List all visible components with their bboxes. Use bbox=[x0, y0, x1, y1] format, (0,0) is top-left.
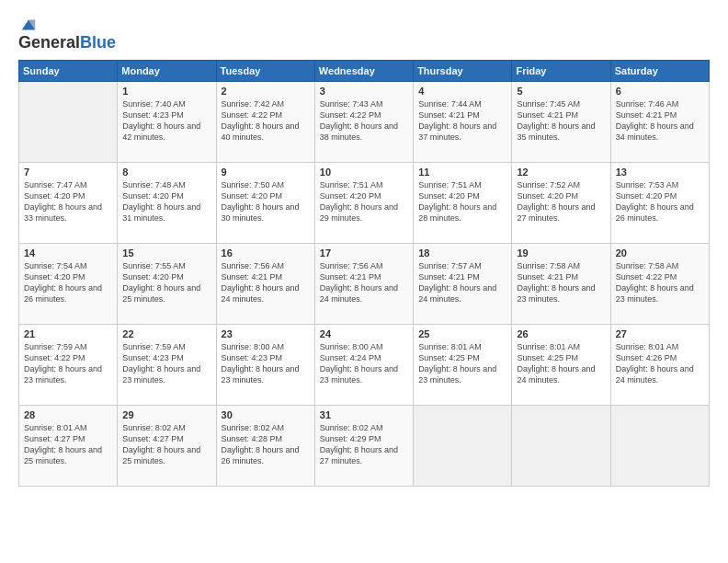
calendar-cell: 27Sunrise: 8:01 AMSunset: 4:26 PMDayligh… bbox=[610, 325, 709, 406]
day-number: 24 bbox=[320, 328, 408, 339]
day-detail: Sunrise: 7:43 AMSunset: 4:22 PMDaylight:… bbox=[320, 98, 408, 144]
day-detail: Sunrise: 8:00 AMSunset: 4:23 PMDaylight:… bbox=[222, 341, 310, 386]
day-number: 2 bbox=[222, 86, 310, 97]
calendar-cell: 10Sunrise: 7:51 AMSunset: 4:20 PMDayligh… bbox=[314, 163, 413, 244]
calendar-header: SundayMondayTuesdayWednesdayThursdayFrid… bbox=[19, 61, 710, 82]
day-number: 11 bbox=[418, 167, 506, 178]
calendar-cell: 25Sunrise: 8:01 AMSunset: 4:25 PMDayligh… bbox=[414, 325, 512, 406]
logo-icon bbox=[20, 17, 37, 33]
day-number: 7 bbox=[24, 167, 112, 178]
day-number: 6 bbox=[616, 86, 704, 97]
day-detail: Sunrise: 7:56 AMSunset: 4:21 PMDaylight:… bbox=[320, 260, 408, 305]
calendar-cell: 4Sunrise: 7:44 AMSunset: 4:21 PMDaylight… bbox=[414, 82, 512, 163]
day-detail: Sunrise: 8:02 AMSunset: 4:27 PMDaylight:… bbox=[122, 422, 210, 467]
calendar-cell: 29Sunrise: 8:02 AMSunset: 4:27 PMDayligh… bbox=[118, 406, 216, 487]
day-detail: Sunrise: 7:52 AMSunset: 4:20 PMDaylight:… bbox=[517, 179, 605, 224]
day-detail: Sunrise: 8:02 AMSunset: 4:29 PMDaylight:… bbox=[320, 422, 408, 467]
day-number: 25 bbox=[418, 328, 506, 339]
day-number: 21 bbox=[24, 328, 112, 339]
calendar-week-row: 14Sunrise: 7:54 AMSunset: 4:20 PMDayligh… bbox=[19, 244, 710, 325]
day-detail: Sunrise: 8:01 AMSunset: 4:25 PMDaylight:… bbox=[517, 341, 605, 386]
day-detail: Sunrise: 7:44 AMSunset: 4:21 PMDaylight:… bbox=[418, 98, 506, 144]
day-detail: Sunrise: 7:59 AMSunset: 4:22 PMDaylight:… bbox=[24, 341, 112, 386]
day-number: 13 bbox=[616, 167, 704, 178]
calendar-cell: 5Sunrise: 7:45 AMSunset: 4:21 PMDaylight… bbox=[512, 82, 610, 163]
day-number: 18 bbox=[418, 247, 506, 259]
day-detail: Sunrise: 8:01 AMSunset: 4:25 PMDaylight:… bbox=[418, 341, 506, 386]
calendar-week-row: 7Sunrise: 7:47 AMSunset: 4:20 PMDaylight… bbox=[19, 163, 710, 244]
day-detail: Sunrise: 7:47 AMSunset: 4:20 PMDaylight:… bbox=[24, 179, 112, 224]
day-number: 20 bbox=[616, 247, 704, 259]
calendar-cell: 11Sunrise: 7:51 AMSunset: 4:20 PMDayligh… bbox=[414, 163, 512, 244]
calendar-cell: 26Sunrise: 8:01 AMSunset: 4:25 PMDayligh… bbox=[512, 325, 610, 406]
calendar-cell: 9Sunrise: 7:50 AMSunset: 4:20 PMDaylight… bbox=[216, 163, 314, 244]
calendar-cell: 16Sunrise: 7:56 AMSunset: 4:21 PMDayligh… bbox=[216, 244, 314, 325]
day-number: 8 bbox=[122, 167, 210, 178]
day-detail: Sunrise: 8:00 AMSunset: 4:24 PMDaylight:… bbox=[320, 341, 408, 386]
calendar-cell: 20Sunrise: 7:58 AMSunset: 4:22 PMDayligh… bbox=[610, 244, 709, 325]
day-number: 14 bbox=[24, 247, 112, 259]
day-number: 29 bbox=[122, 409, 210, 420]
day-number: 30 bbox=[222, 409, 310, 420]
header: GeneralBlue bbox=[18, 17, 710, 52]
day-detail: Sunrise: 7:57 AMSunset: 4:21 PMDaylight:… bbox=[418, 260, 506, 305]
calendar-cell: 12Sunrise: 7:52 AMSunset: 4:20 PMDayligh… bbox=[512, 163, 610, 244]
calendar-cell: 15Sunrise: 7:55 AMSunset: 4:20 PMDayligh… bbox=[118, 244, 216, 325]
day-detail: Sunrise: 7:42 AMSunset: 4:22 PMDaylight:… bbox=[222, 98, 310, 144]
day-number: 27 bbox=[616, 328, 704, 339]
day-detail: Sunrise: 8:02 AMSunset: 4:28 PMDaylight:… bbox=[222, 422, 310, 467]
day-number: 15 bbox=[122, 247, 210, 259]
calendar-week-row: 21Sunrise: 7:59 AMSunset: 4:22 PMDayligh… bbox=[19, 325, 710, 406]
day-detail: Sunrise: 8:01 AMSunset: 4:27 PMDaylight:… bbox=[24, 422, 112, 467]
weekday-header: Thursday bbox=[414, 61, 512, 82]
weekday-header: Tuesday bbox=[216, 61, 314, 82]
day-detail: Sunrise: 7:56 AMSunset: 4:21 PMDaylight:… bbox=[222, 260, 310, 305]
weekday-header: Sunday bbox=[19, 61, 118, 82]
day-detail: Sunrise: 7:46 AMSunset: 4:21 PMDaylight:… bbox=[616, 98, 704, 144]
day-number: 28 bbox=[24, 409, 112, 420]
day-detail: Sunrise: 7:53 AMSunset: 4:20 PMDaylight:… bbox=[616, 179, 704, 224]
day-number: 9 bbox=[222, 167, 310, 178]
calendar-cell: 23Sunrise: 8:00 AMSunset: 4:23 PMDayligh… bbox=[216, 325, 314, 406]
calendar-cell: 2Sunrise: 7:42 AMSunset: 4:22 PMDaylight… bbox=[216, 82, 314, 163]
day-detail: Sunrise: 7:40 AMSunset: 4:23 PMDaylight:… bbox=[122, 98, 210, 144]
day-detail: Sunrise: 7:59 AMSunset: 4:23 PMDaylight:… bbox=[122, 341, 210, 386]
calendar-cell: 18Sunrise: 7:57 AMSunset: 4:21 PMDayligh… bbox=[414, 244, 512, 325]
day-number: 5 bbox=[517, 86, 605, 97]
calendar-cell: 28Sunrise: 8:01 AMSunset: 4:27 PMDayligh… bbox=[19, 406, 118, 487]
day-number: 26 bbox=[517, 328, 605, 339]
calendar-body: 1Sunrise: 7:40 AMSunset: 4:23 PMDaylight… bbox=[19, 82, 710, 487]
weekday-header: Monday bbox=[118, 61, 216, 82]
calendar-cell: 13Sunrise: 7:53 AMSunset: 4:20 PMDayligh… bbox=[610, 163, 709, 244]
day-detail: Sunrise: 7:55 AMSunset: 4:20 PMDaylight:… bbox=[122, 260, 210, 305]
day-detail: Sunrise: 7:48 AMSunset: 4:20 PMDaylight:… bbox=[122, 179, 210, 224]
calendar-cell bbox=[19, 82, 118, 163]
day-number: 10 bbox=[320, 167, 408, 178]
day-number: 16 bbox=[222, 247, 310, 259]
weekday-row: SundayMondayTuesdayWednesdayThursdayFrid… bbox=[19, 61, 710, 82]
day-detail: Sunrise: 7:54 AMSunset: 4:20 PMDaylight:… bbox=[24, 260, 112, 305]
day-detail: Sunrise: 7:58 AMSunset: 4:21 PMDaylight:… bbox=[517, 260, 605, 305]
day-number: 31 bbox=[320, 409, 408, 420]
calendar-cell bbox=[414, 406, 512, 487]
weekday-header: Friday bbox=[512, 61, 610, 82]
day-number: 22 bbox=[122, 328, 210, 339]
day-number: 17 bbox=[320, 247, 408, 259]
calendar-cell: 6Sunrise: 7:46 AMSunset: 4:21 PMDaylight… bbox=[610, 82, 709, 163]
logo-text-line: GeneralBlue bbox=[18, 33, 116, 52]
calendar-cell: 19Sunrise: 7:58 AMSunset: 4:21 PMDayligh… bbox=[512, 244, 610, 325]
day-detail: Sunrise: 7:45 AMSunset: 4:21 PMDaylight:… bbox=[517, 98, 605, 144]
calendar-cell: 17Sunrise: 7:56 AMSunset: 4:21 PMDayligh… bbox=[314, 244, 413, 325]
weekday-header: Wednesday bbox=[314, 61, 413, 82]
calendar-cell: 22Sunrise: 7:59 AMSunset: 4:23 PMDayligh… bbox=[118, 325, 216, 406]
day-number: 23 bbox=[222, 328, 310, 339]
day-detail: Sunrise: 7:50 AMSunset: 4:20 PMDaylight:… bbox=[222, 179, 310, 224]
day-detail: Sunrise: 7:58 AMSunset: 4:22 PMDaylight:… bbox=[616, 260, 704, 305]
page: GeneralBlue SundayMondayTuesdayWednesday… bbox=[0, 0, 728, 563]
calendar-cell: 7Sunrise: 7:47 AMSunset: 4:20 PMDaylight… bbox=[19, 163, 118, 244]
day-detail: Sunrise: 8:01 AMSunset: 4:26 PMDaylight:… bbox=[616, 341, 704, 386]
weekday-header: Saturday bbox=[610, 61, 709, 82]
calendar-cell: 1Sunrise: 7:40 AMSunset: 4:23 PMDaylight… bbox=[118, 82, 216, 163]
calendar-cell: 24Sunrise: 8:00 AMSunset: 4:24 PMDayligh… bbox=[314, 325, 413, 406]
calendar-cell: 3Sunrise: 7:43 AMSunset: 4:22 PMDaylight… bbox=[314, 82, 413, 163]
